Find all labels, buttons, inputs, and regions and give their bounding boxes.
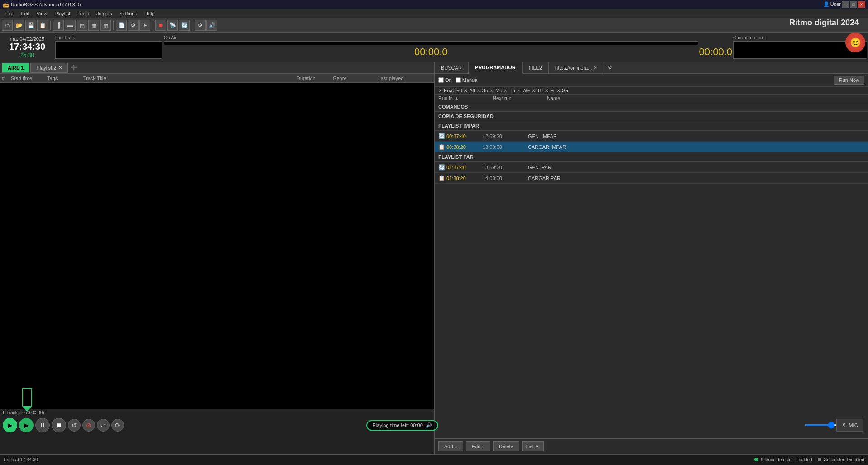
sched-name-par-1: GEN. PAR [528,165,864,170]
menu-help[interactable]: Help [141,10,158,17]
tb-save[interactable]: 💾 [25,20,36,31]
add-button[interactable]: Add... [438,441,463,451]
tb-mode4[interactable]: ▦ [88,20,99,31]
tb-btn4[interactable]: 📋 [37,20,48,31]
menu-jingles[interactable]: Jingles [93,10,115,17]
tb-btn-sync[interactable]: 🔄 [179,20,190,31]
tab-add-icon[interactable]: ➕ [71,65,77,71]
tb-mode1[interactable]: ▐ [53,20,64,31]
tb-mode5[interactable]: ▦ [100,20,111,31]
minimize-button[interactable]: − [842,1,849,8]
volume-slider[interactable] [805,424,841,426]
separator-1 [50,21,51,30]
tab-playlist2[interactable]: Playlist 2 ✕ [30,63,67,73]
right-panel: BUSCAR PROGRAMADOR FILE2 https://onliner… [435,62,868,454]
pause-button[interactable]: ⏸ [35,418,50,432]
run-headers: Run in ▲ Next run Name [435,95,868,102]
reload-button[interactable]: ↺ [68,419,81,432]
fr-close[interactable]: ✕ [545,88,548,93]
left-panel: AIRE 1 Playlist 2 ✕ ➕ # Start time Tags … [0,62,435,454]
tab-aire1-label: AIRE 1 [8,65,24,71]
sched-icon-impar-1: 🔄 [438,133,446,139]
edit-button[interactable]: Edit... [466,441,490,451]
app-title: RadioBOSS Advanced (7.0.8.0) [11,2,81,7]
on-checkbox[interactable] [438,77,444,83]
tab-aire1[interactable]: AIRE 1 [2,63,29,73]
tb-btn-b[interactable]: ⚙ [128,20,139,31]
menu-playlist[interactable]: Playlist [51,10,74,17]
tu-close[interactable]: ✕ [504,88,508,93]
datetime-block: ma. 04/02/2025 17:34:30 25:30 [0,34,54,60]
we-close[interactable]: ✕ [517,88,521,93]
sched-name-impar-2: CARGAR IMPAR [528,144,864,150]
day-selectors: ✕ Enabled ✕ All ✕ Su ✕ Mo ✕ Tu ✕ We ✕ Th… [435,87,868,95]
fr-label: Fr [550,88,555,93]
tb-stream[interactable]: 📡 [167,20,178,31]
toolbar: 🗁 📂 💾 📋 ▐ ▬ ▤ ▦ ▦ 📄 ⚙ ➤ ⏺ 📡 🔄 ⚙ 🔊 Ritmo … [0,18,868,33]
sched-row-impar-2[interactable]: 📋 00:38:20 13:00:00 CARGAR IMPAR [435,142,868,152]
separator-4 [192,21,192,30]
manual-checkbox[interactable] [456,77,461,83]
mic-button[interactable]: 🎙 MIC [836,419,863,432]
list-button[interactable]: List ▼ [522,441,544,451]
tb-new[interactable]: 🗁 [2,20,13,31]
loop-button[interactable]: ⟳ [111,419,124,432]
sched-row-par-2[interactable]: 📋 01:38:20 14:00:00 CARGAR PAR [435,173,868,184]
menu-settings[interactable]: Settings [115,10,141,17]
tb-volume[interactable]: 🔊 [206,20,217,31]
status-bar: Ends at 17:34:30 Silence detector: Enabl… [0,454,868,465]
sched-tab-buscar[interactable]: BUSCAR [435,62,469,74]
tb-mode3[interactable]: ▤ [77,20,87,31]
tb-btn-a[interactable]: 📄 [116,20,127,31]
menu-edit[interactable]: Edit [17,10,33,17]
tb-open[interactable]: 📂 [14,20,24,31]
sched-tab-file2[interactable]: FILE2 [523,62,549,74]
sched-row-impar-1[interactable]: 🔄 00:37:40 12:59:20 GEN. IMPAR [435,131,868,142]
play2-button[interactable]: ▶ [19,418,34,432]
tab-playlist2-close[interactable]: ✕ [58,65,62,70]
sched-tab-programador[interactable]: PROGRAMADOR [469,62,523,74]
run-now-button[interactable]: Run Now [834,76,864,85]
sched-tab-online-close[interactable]: ✕ [594,66,597,70]
sched-next-par-1: 13:59:20 [483,165,528,170]
transport-bar: ℹ Tracks: 0 (0:00:00) ▶ ▶ ⏸ ⏹ ↺ ⊘ ⇌ ⟳ Pl… [0,409,434,454]
sa-close[interactable]: ✕ [556,88,560,93]
sched-tab-buscar-label: BUSCAR [441,65,462,71]
tb-mode2[interactable]: ▬ [65,20,76,31]
all-close[interactable]: ✕ [464,88,467,93]
section-comandos: COMANDOS [435,102,868,112]
tb-btn-c[interactable]: ➤ [139,20,150,31]
enabled-close[interactable]: ✕ [438,88,442,93]
play-button[interactable]: ▶ [3,418,17,432]
tb-record[interactable]: ⏺ [155,20,166,31]
th-close[interactable]: ✕ [532,88,535,93]
list-dropdown-icon[interactable]: ▼ [535,444,540,449]
app-title-group: 📻 RadioBOSS Advanced (7.0.8.0) [3,2,81,8]
menu-file[interactable]: File [2,10,17,17]
sched-tab-settings-icon[interactable]: ⚙ [606,63,614,72]
station-name: Ritmo digital 2024 [789,18,859,28]
playing-time-indicator: Playing time left: 00:00 🔊 [366,420,438,431]
maximize-button[interactable]: □ [850,1,857,8]
menu-tools[interactable]: Tools [74,10,93,17]
skip-button[interactable]: ⊘ [82,419,95,432]
transport-controls: ▶ ▶ ⏸ ⏹ ↺ ⊘ ⇌ ⟳ Playing time left: 00:00… [0,416,434,434]
next-run-col-header: Next run [493,95,547,101]
menu-view[interactable]: View [33,10,51,17]
mo-close[interactable]: ✕ [490,88,494,93]
timer-left: 00:00.0 [164,45,698,59]
list-label: List [526,444,534,449]
sched-tab-online[interactable]: https://onlinera... ✕ [549,62,604,74]
su-close[interactable]: ✕ [477,88,480,93]
sched-name-impar-1: GEN. IMPAR [528,133,864,139]
stop-button[interactable]: ⏹ [52,418,66,432]
menu-bar: File Edit View Playlist Tools Jingles Se… [0,9,868,18]
sched-row-par-1[interactable]: 🔄 01:37:40 13:59:20 GEN. PAR [435,162,868,173]
delete-button[interactable]: Delete [493,441,519,451]
sched-name-par-2: CARGAR PAR [528,176,864,181]
mic-icon: 🎙 [842,422,847,428]
tb-settings[interactable]: ⚙ [195,20,206,31]
close-button[interactable]: ✕ [858,1,865,8]
shuffle-button[interactable]: ⇌ [97,419,110,432]
app-icon: 📻 [3,2,9,8]
